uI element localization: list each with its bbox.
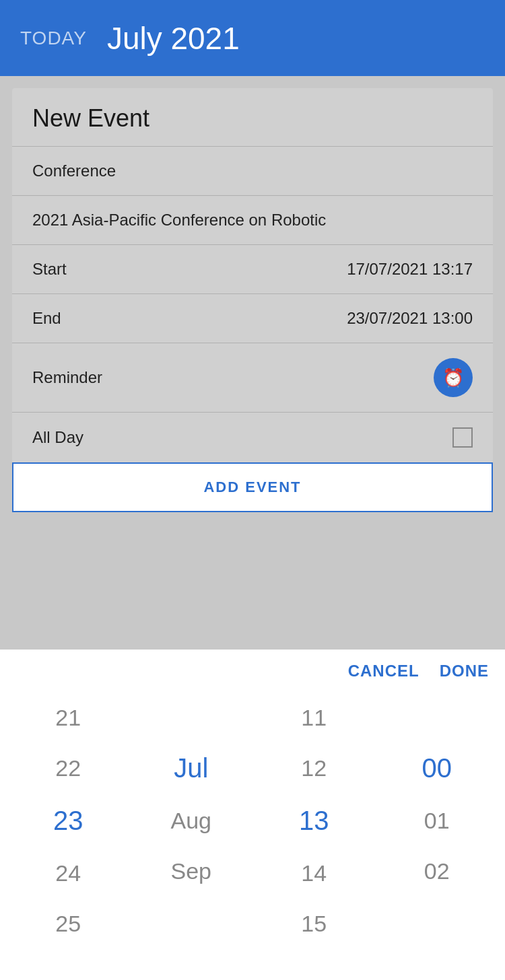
- picker-item[interactable]: [130, 693, 253, 717]
- start-value: 17/07/2021 13:17: [347, 260, 473, 279]
- picker-item[interactable]: 02: [376, 846, 499, 897]
- today-label: TODAY: [20, 28, 87, 49]
- picker-item[interactable]: 13: [252, 794, 376, 848]
- picker-item[interactable]: [376, 693, 499, 717]
- day-column: 2122232425: [7, 693, 130, 949]
- end-label: End: [32, 309, 61, 328]
- picker-item[interactable]: 15: [252, 899, 376, 949]
- picker-item[interactable]: [130, 717, 253, 741]
- category-row[interactable]: Conference: [12, 146, 493, 195]
- picker-item[interactable]: 21: [7, 693, 130, 743]
- allday-row[interactable]: All Day: [12, 412, 493, 462]
- minute-column: 000102: [376, 693, 499, 949]
- date-time-picker: CANCEL DONE 2122232425 JulAugSep 1112131…: [0, 650, 505, 980]
- start-label: Start: [32, 260, 67, 279]
- month-label: July 2021: [107, 20, 240, 57]
- picker-item[interactable]: 01: [376, 796, 499, 846]
- picker-item[interactable]: 00: [376, 741, 499, 796]
- allday-checkbox[interactable]: [452, 427, 473, 448]
- picker-item[interactable]: 25: [7, 899, 130, 949]
- picker-actions: CANCEL DONE: [0, 650, 505, 693]
- category-value: Conference: [32, 162, 116, 180]
- reminder-row[interactable]: Reminder ⏰: [12, 343, 493, 412]
- event-name-row[interactable]: 2021 Asia-Pacific Conference on Robotic: [12, 195, 493, 244]
- picker-item[interactable]: Sep: [130, 846, 253, 897]
- picker-item[interactable]: 24: [7, 848, 130, 899]
- picker-item[interactable]: 14: [252, 848, 376, 899]
- picker-item[interactable]: [376, 717, 499, 741]
- picker-item[interactable]: 23: [7, 794, 130, 848]
- form-title: New Event: [12, 88, 493, 146]
- start-row[interactable]: Start 17/07/2021 13:17: [12, 244, 493, 293]
- add-event-button[interactable]: ADD EVENT: [12, 462, 493, 512]
- picker-item[interactable]: Jul: [130, 741, 253, 796]
- done-button[interactable]: DONE: [440, 662, 489, 680]
- header: TODAY July 2021: [0, 0, 505, 76]
- hour-column: 1112131415: [252, 693, 376, 949]
- end-value: 23/07/2021 13:00: [347, 309, 473, 328]
- cancel-button[interactable]: CANCEL: [348, 662, 419, 680]
- allday-label: All Day: [32, 428, 83, 447]
- event-name-value: 2021 Asia-Pacific Conference on Robotic: [32, 211, 326, 230]
- picker-item[interactable]: 11: [252, 693, 376, 743]
- event-form-card: New Event Conference 2021 Asia-Pacific C…: [12, 88, 493, 512]
- picker-item[interactable]: Aug: [130, 796, 253, 846]
- reminder-label: Reminder: [32, 368, 102, 387]
- alarm-icon: ⏰: [442, 368, 464, 388]
- reminder-button[interactable]: ⏰: [434, 358, 473, 397]
- picker-item[interactable]: 12: [252, 743, 376, 794]
- picker-columns: 2122232425 JulAugSep 1112131415 000102: [0, 693, 505, 949]
- month-column: JulAugSep: [130, 693, 253, 949]
- picker-item[interactable]: 22: [7, 743, 130, 794]
- end-row[interactable]: End 23/07/2021 13:00: [12, 293, 493, 343]
